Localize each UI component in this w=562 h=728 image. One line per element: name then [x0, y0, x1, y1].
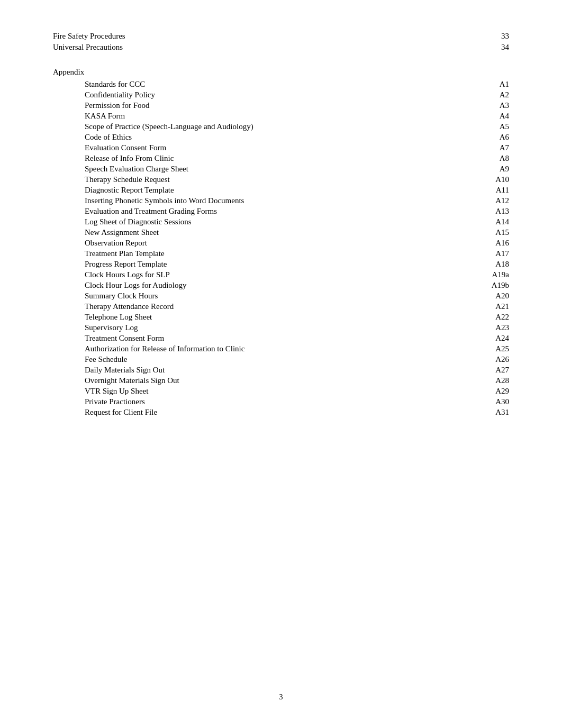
appendix-item-page: A15 — [477, 228, 509, 237]
top-entry-row: Universal Precautions 34 — [53, 43, 509, 52]
appendix-item-row: Evaluation Consent Form A7 — [85, 143, 509, 152]
appendix-item-title: Log Sheet of Diagnostic Sessions — [85, 217, 477, 226]
appendix-item-row: Speech Evaluation Charge Sheet A9 — [85, 165, 509, 174]
appendix-item-page: A26 — [477, 355, 509, 364]
appendix-item-row: Telephone Log Sheet A22 — [85, 313, 509, 322]
appendix-item-row: Supervisory Log A23 — [85, 323, 509, 332]
appendix-item-title: Therapy Schedule Request — [85, 175, 477, 184]
appendix-item-row: Confidentiality Policy A2 — [85, 90, 509, 99]
appendix-item-title: Daily Materials Sign Out — [85, 366, 477, 375]
appendix-item-page: A20 — [477, 292, 509, 301]
appendix-item-page: A14 — [477, 217, 509, 226]
appendix-item-row: Therapy Schedule Request A10 — [85, 175, 509, 184]
top-entry-row: Fire Safety Procedures 33 — [53, 32, 509, 41]
appendix-item-page: A12 — [477, 196, 509, 205]
appendix-item-page: A18 — [477, 260, 509, 269]
appendix-item-row: Permission for Food A3 — [85, 101, 509, 110]
appendix-item-row: Observation Report A16 — [85, 239, 509, 248]
appendix-item-title: Private Practioners — [85, 397, 477, 406]
appendix-section: Appendix Standards for CCC A1 Confidenti… — [53, 68, 509, 417]
appendix-item-title: Diagnostic Report Template — [85, 186, 477, 195]
appendix-item-title: Supervisory Log — [85, 323, 477, 332]
appendix-item-page: A2 — [477, 90, 509, 99]
top-entry-page: 33 — [477, 32, 509, 41]
appendix-item-row: Treatment Plan Template A17 — [85, 249, 509, 258]
appendix-item-row: Log Sheet of Diagnostic Sessions A14 — [85, 217, 509, 226]
appendix-item-page: A4 — [477, 112, 509, 121]
appendix-item-title: Permission for Food — [85, 101, 477, 110]
appendix-item-page: A10 — [477, 175, 509, 184]
appendix-item-row: Code of Ethics A6 — [85, 133, 509, 142]
appendix-item-title: Inserting Phonetic Symbols into Word Doc… — [85, 196, 477, 205]
appendix-item-row: Scope of Practice (Speech-Language and A… — [85, 122, 509, 131]
appendix-item-page: A25 — [477, 344, 509, 353]
appendix-item-page: A13 — [477, 207, 509, 216]
appendix-item-row: New Assignment Sheet A15 — [85, 228, 509, 237]
appendix-items: Standards for CCC A1 Confidentiality Pol… — [85, 80, 509, 417]
appendix-item-title: Treatment Consent Form — [85, 334, 477, 343]
appendix-item-title: Confidentiality Policy — [85, 90, 477, 99]
appendix-item-title: Evaluation and Treatment Grading Forms — [85, 207, 477, 216]
appendix-item-title: Clock Hours Logs for SLP — [85, 270, 477, 279]
appendix-item-title: Scope of Practice (Speech-Language and A… — [85, 122, 477, 131]
appendix-item-row: Clock Hours Logs for SLP A19a — [85, 270, 509, 279]
appendix-item-row: Treatment Consent Form A24 — [85, 334, 509, 343]
appendix-item-page: A21 — [477, 302, 509, 311]
appendix-item-page: A31 — [477, 408, 509, 417]
appendix-item-title: Summary Clock Hours — [85, 292, 477, 301]
appendix-item-page: A5 — [477, 122, 509, 131]
appendix-item-title: Request for Client File — [85, 408, 477, 417]
appendix-item-page: A9 — [477, 165, 509, 174]
appendix-item-page: A7 — [477, 143, 509, 152]
appendix-item-page: A23 — [477, 323, 509, 332]
appendix-heading: Appendix — [53, 68, 509, 77]
appendix-item-page: A19a — [477, 270, 509, 279]
appendix-item-title: Treatment Plan Template — [85, 249, 477, 258]
top-entry-title: Fire Safety Procedures — [53, 32, 477, 41]
appendix-item-title: Release of Info From Clinic — [85, 154, 477, 163]
appendix-item-title: Speech Evaluation Charge Sheet — [85, 165, 477, 174]
appendix-item-row: Request for Client File A31 — [85, 408, 509, 417]
appendix-item-page: A17 — [477, 249, 509, 258]
appendix-item-title: Telephone Log Sheet — [85, 313, 477, 322]
appendix-item-title: KASA Form — [85, 112, 477, 121]
appendix-item-title: Therapy Attendance Record — [85, 302, 477, 311]
appendix-item-page: A28 — [477, 376, 509, 385]
appendix-item-title: Overnight Materials Sign Out — [85, 376, 477, 385]
appendix-item-title: Clock Hour Logs for Audiology — [85, 281, 477, 290]
appendix-item-page: A29 — [477, 387, 509, 396]
appendix-item-title: Fee Schedule — [85, 355, 477, 364]
appendix-item-page: A30 — [477, 397, 509, 406]
page-number: 3 — [279, 693, 283, 702]
appendix-item-title: New Assignment Sheet — [85, 228, 477, 237]
appendix-item-row: Diagnostic Report Template A11 — [85, 186, 509, 195]
appendix-item-row: Summary Clock Hours A20 — [85, 292, 509, 301]
appendix-item-page: A6 — [477, 133, 509, 142]
appendix-item-page: A11 — [477, 186, 509, 195]
appendix-item-row: Daily Materials Sign Out A27 — [85, 366, 509, 375]
top-entries: Fire Safety Procedures 33 Universal Prec… — [53, 32, 509, 52]
appendix-item-title: Code of Ethics — [85, 133, 477, 142]
appendix-item-title: VTR Sign Up Sheet — [85, 387, 477, 396]
appendix-item-row: Overnight Materials Sign Out A28 — [85, 376, 509, 385]
appendix-item-row: Private Practioners A30 — [85, 397, 509, 406]
appendix-item-title: Evaluation Consent Form — [85, 143, 477, 152]
top-entry-title: Universal Precautions — [53, 43, 477, 52]
appendix-item-row: Progress Report Template A18 — [85, 260, 509, 269]
appendix-item-page: A8 — [477, 154, 509, 163]
appendix-item-row: Authorization for Release of Information… — [85, 344, 509, 353]
appendix-item-page: A27 — [477, 366, 509, 375]
appendix-item-row: Release of Info From Clinic A8 — [85, 154, 509, 163]
appendix-item-title: Authorization for Release of Information… — [85, 344, 477, 353]
appendix-item-page: A1 — [477, 80, 509, 89]
appendix-item-title: Standards for CCC — [85, 80, 477, 89]
appendix-item-row: VTR Sign Up Sheet A29 — [85, 387, 509, 396]
appendix-item-row: Fee Schedule A26 — [85, 355, 509, 364]
appendix-item-row: Inserting Phonetic Symbols into Word Doc… — [85, 196, 509, 205]
appendix-item-row: KASA Form A4 — [85, 112, 509, 121]
appendix-item-row: Therapy Attendance Record A21 — [85, 302, 509, 311]
appendix-item-page: A24 — [477, 334, 509, 343]
appendix-item-title: Progress Report Template — [85, 260, 477, 269]
top-entry-page: 34 — [477, 43, 509, 52]
appendix-item-page: A19b — [477, 281, 509, 290]
